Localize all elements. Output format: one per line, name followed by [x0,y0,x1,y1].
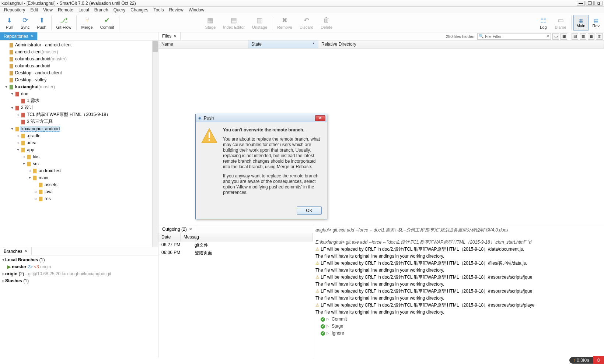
tree-row[interactable]: ▇Desktop - volley [0,76,158,83]
menu-branch[interactable]: Branch [92,7,111,13]
log-ok[interactable]: ▷Ignore [315,330,602,337]
tree-row[interactable]: ▇3.第三方工具 [0,118,158,125]
tree-row[interactable]: ▼▇app [0,146,158,153]
commit-button[interactable]: ✔Commit [97,14,118,32]
file-filter-input[interactable] [485,33,544,39]
close-icon[interactable]: ✕ [31,34,34,38]
gitflow-button[interactable]: ⎇Git-Flow [53,14,75,32]
view-option-5[interactable]: ▦ [588,33,594,40]
log-ok[interactable]: ▷Stage [315,323,602,330]
tree-row[interactable]: ▷▇.gradle [0,132,158,139]
tab-files[interactable]: Files✕ [158,32,181,40]
output-log[interactable]: anghui> git.exe add --force -- doc\1.需求\… [313,225,604,357]
col-state[interactable]: State ▲ [248,40,318,48]
push-button[interactable]: ⬆Push [33,14,50,32]
main-perspective-button[interactable]: ▦Main [573,15,589,31]
pull-button[interactable]: ⬇Pull [1,14,17,32]
menu-window[interactable]: Window [186,7,207,13]
file-filter[interactable]: 🔍 ✕ [477,33,551,40]
scrollbar[interactable] [152,40,158,247]
unstage-button[interactable]: ▥Unstage [248,14,271,32]
tree-row[interactable]: ▷▇androidTest [0,167,158,174]
tree-row[interactable]: ▇Desktop - android-client [0,69,158,76]
view-option-4[interactable]: ▥ [580,33,586,40]
tree-row[interactable]: ▇columbus-android [0,62,158,69]
minimize-button[interactable]: — [577,1,585,6]
log-line: The file will have its original line end… [315,309,602,316]
close-icon[interactable]: ✕ [25,249,28,253]
dialog-titlebar[interactable]: ◈ Push ✕ [196,114,327,122]
log-button[interactable]: ☷Log [535,14,551,32]
menu-remote[interactable]: Remote [55,7,76,13]
menu-changes[interactable]: Changes [128,7,151,13]
restore-button[interactable]: ⧉ [594,1,603,6]
menu-local[interactable]: Local [76,7,92,13]
clear-icon[interactable]: ✕ [546,34,549,39]
col-message[interactable]: Messag [181,233,313,241]
col-reldir[interactable]: Relative Directory [318,40,604,48]
tree-row[interactable]: ▷▇.idea [0,139,158,146]
tree-row[interactable]: ▷▇TCL 酷享汇WAP原型 HTML（2015-9-18） [0,111,158,118]
sync-button[interactable]: ⟳Sync [17,14,33,32]
remove-button[interactable]: ✖Remove [273,14,296,32]
tree-row[interactable]: ▼▇doc [0,90,158,97]
branches-tree[interactable]: ▼Local Branches (1) ▶ master 2> <3 origi… [0,255,158,357]
stage-button[interactable]: ▦Stage [202,14,220,32]
menu-view[interactable]: View [41,7,55,13]
close-icon[interactable]: ✕ [189,227,192,231]
review-perspective-button[interactable]: ▤Rev [589,15,603,31]
tree-row[interactable]: ▇1.需求 [0,97,158,104]
tab-branches[interactable]: Branches✕ [0,247,32,255]
tree-row[interactable]: ▼▇kuxianghui (master) [0,83,158,90]
menu-review[interactable]: Review [166,7,186,13]
col-name[interactable]: Name [158,40,248,48]
notification-badge[interactable]: 8 [593,356,604,364]
tree-row[interactable]: ▷▇java [0,188,158,195]
tree-row[interactable]: ▼▇kuxianghui_android [0,125,158,132]
branch-master[interactable]: ▶ master 2> <3 origin [0,263,158,270]
outgoing-list[interactable]: 06:27 PMgit文件06:06 PM登陆页面 [158,241,313,357]
tree-row[interactable]: ▇Administrator - android-client [0,41,158,48]
tree-row[interactable]: ▷▇res [0,195,158,202]
stage-icon: ▦ [206,16,214,24]
menu-query[interactable]: Query [111,7,128,13]
outgoing-row[interactable]: 06:06 PM登陆页面 [158,249,313,257]
tree-row[interactable]: ▼▇2.设计 [0,104,158,111]
indexeditor-button[interactable]: ▤Index Editor [219,14,248,32]
maximize-button[interactable]: ❐ [586,1,594,6]
view-option-1[interactable]: ▭ [552,33,559,40]
col-date[interactable]: Date [158,233,181,241]
tree-row[interactable]: ▇android-client (master) [0,48,158,55]
local-branches-node[interactable]: ▼Local Branches (1) [0,256,158,263]
outgoing-row[interactable]: 06:27 PMgit文件 [158,241,313,249]
delete-button[interactable]: 🗑Delete [317,14,336,32]
origin-node[interactable]: ▷origin (2) - git@10.68.25.20:kuxianghui… [0,270,158,277]
tree-row[interactable]: ▇columbus-android (master) [0,55,158,62]
menu-repository[interactable]: Repository [1,7,28,13]
log-ok[interactable]: ▷Commit [315,316,602,323]
dialog-heading: You can't overwrite the remote branch. [223,127,320,133]
tree-row[interactable]: ▼▇main [0,174,158,181]
dialog-title: Push [204,116,315,121]
close-icon[interactable]: ✕ [174,34,177,38]
network-speed[interactable]: ↑0.3K/s [569,357,593,364]
repos-tabstrip: Repositories✕ [0,32,158,40]
repository-tree[interactable]: ▇Administrator - android-client▇android-… [0,40,158,247]
discard-button[interactable]: ↶Discard [296,14,317,32]
view-option-3[interactable]: ▤ [572,33,578,40]
tree-row[interactable]: ▷▇libs [0,153,158,160]
dialog-close-button[interactable]: ✕ [315,115,325,121]
blame-button[interactable]: ▭Blame [551,14,570,32]
view-option-2[interactable]: ▦ [561,33,567,40]
menu-tools[interactable]: Tools [151,7,166,13]
merge-button[interactable]: ⑂Merge [78,14,97,32]
view-option-6[interactable]: ◫ [596,33,603,40]
stashes-node[interactable]: ▷Stashes (1) [0,277,158,284]
tree-row[interactable]: ▼▇src [0,160,158,167]
tree-row[interactable]: ▇assets [0,181,158,188]
tab-repositories[interactable]: Repositories✕ [0,32,38,40]
scroll-thumb[interactable] [153,41,158,52]
tab-outgoing[interactable]: Outgoing (2)✕ [158,225,196,233]
menu-edit[interactable]: Edit [28,7,41,13]
ok-button[interactable]: OK [297,206,322,215]
